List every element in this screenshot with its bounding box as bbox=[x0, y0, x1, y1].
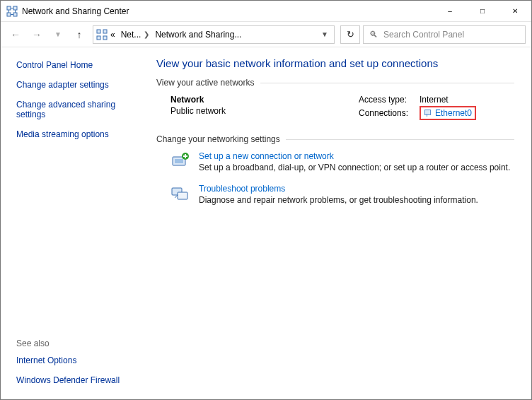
see-also-firewall[interactable]: Windows Defender Firewall bbox=[16, 375, 139, 385]
see-also-internet-options[interactable]: Internet Options bbox=[16, 355, 139, 365]
svg-rect-7 bbox=[103, 36, 107, 40]
svg-rect-0 bbox=[7, 6, 11, 10]
svg-rect-12 bbox=[178, 192, 187, 199]
connection-name: Ethernet0 bbox=[435, 108, 472, 118]
recent-dropdown[interactable]: ▼ bbox=[49, 25, 67, 44]
forward-button[interactable]: → bbox=[28, 25, 46, 44]
settings-list: Set up a new connection or network Set u… bbox=[156, 151, 514, 205]
sidebar-link-advanced[interactable]: Change advanced sharing settings bbox=[16, 100, 139, 119]
option-troubleshoot: Troubleshoot problems Diagnose and repai… bbox=[170, 184, 514, 205]
network-name: Network bbox=[170, 95, 359, 105]
breadcrumb-chev: « bbox=[110, 30, 115, 40]
divider bbox=[260, 83, 514, 83]
access-type-value: Internet bbox=[420, 95, 449, 105]
option-troubleshoot-desc: Diagnose and repair network problems, or… bbox=[199, 195, 478, 205]
address-dropdown[interactable]: ▼ bbox=[317, 30, 332, 38]
svg-rect-3 bbox=[13, 13, 17, 16]
ethernet-icon bbox=[422, 110, 432, 117]
app-icon bbox=[6, 6, 18, 17]
svg-rect-1 bbox=[13, 6, 17, 10]
window-title: Network and Sharing Center bbox=[22, 6, 129, 16]
see-also-heading: See also bbox=[16, 339, 139, 348]
svg-rect-9 bbox=[175, 159, 183, 163]
access-type-label: Access type: bbox=[359, 95, 417, 105]
active-networks-heading: View your active networks bbox=[156, 78, 514, 88]
sidebar-link-adapter[interactable]: Change adapter settings bbox=[16, 80, 139, 90]
sidebar: Control Panel Home Change adapter settin… bbox=[1, 47, 149, 399]
breadcrumb-root[interactable]: « bbox=[95, 29, 117, 40]
up-button[interactable]: ↑ bbox=[70, 25, 88, 44]
window-controls: – □ ✕ bbox=[434, 1, 531, 22]
troubleshoot-icon bbox=[170, 184, 190, 204]
connection-link[interactable]: Ethernet0 bbox=[420, 106, 476, 120]
option-new-connection-link[interactable]: Set up a new connection or network bbox=[199, 151, 334, 161]
sidebar-home[interactable]: Control Panel Home bbox=[16, 60, 139, 70]
back-button[interactable]: ← bbox=[6, 25, 25, 44]
maximize-button[interactable]: □ bbox=[466, 1, 499, 22]
divider bbox=[286, 139, 514, 140]
change-settings-heading: Change your networking settings bbox=[156, 134, 514, 144]
control-panel-icon bbox=[96, 29, 108, 40]
address-bar[interactable]: « Net... ❯ Network and Sharing... ▼ bbox=[93, 25, 335, 44]
new-connection-icon bbox=[170, 151, 190, 171]
sidebar-link-media[interactable]: Media streaming options bbox=[16, 129, 139, 139]
connections-label: Connections: bbox=[359, 108, 417, 118]
main: View your basic network information and … bbox=[149, 47, 531, 399]
close-button[interactable]: ✕ bbox=[499, 1, 531, 22]
search-input[interactable] bbox=[383, 30, 519, 40]
breadcrumb-seg1[interactable]: Net... ❯ bbox=[120, 30, 151, 40]
refresh-button[interactable]: ↻ bbox=[340, 25, 360, 44]
option-troubleshoot-link[interactable]: Troubleshoot problems bbox=[199, 184, 285, 194]
active-network-row: Network Public network Access type: Inte… bbox=[156, 95, 514, 129]
option-new-connection-desc: Set up a broadband, dial-up, or VPN conn… bbox=[199, 163, 510, 172]
titlebar: Network and Sharing Center – □ ✕ bbox=[1, 1, 531, 22]
svg-rect-2 bbox=[7, 13, 11, 16]
search-icon: 🔍︎ bbox=[369, 30, 378, 40]
svg-rect-4 bbox=[97, 30, 100, 33]
sidebar-footer: See also Internet Options Windows Defend… bbox=[16, 339, 139, 389]
search-box[interactable]: 🔍︎ bbox=[363, 25, 526, 44]
body: Control Panel Home Change adapter settin… bbox=[1, 47, 531, 399]
option-new-connection: Set up a new connection or network Set u… bbox=[170, 151, 514, 172]
page-title: View your basic network information and … bbox=[156, 57, 514, 69]
network-type: Public network bbox=[170, 106, 359, 116]
chevron-right-icon: ❯ bbox=[144, 30, 149, 38]
network-identity: Network Public network bbox=[170, 95, 359, 122]
svg-rect-6 bbox=[97, 36, 100, 40]
svg-rect-5 bbox=[103, 30, 107, 33]
network-details: Access type: Internet Connections: Ether… bbox=[359, 95, 514, 122]
nav-bar: ← → ▼ ↑ « Net... ❯ Network and Sharing..… bbox=[1, 22, 531, 47]
breadcrumb-seg2[interactable]: Network and Sharing... bbox=[154, 30, 243, 40]
minimize-button[interactable]: – bbox=[434, 1, 466, 22]
